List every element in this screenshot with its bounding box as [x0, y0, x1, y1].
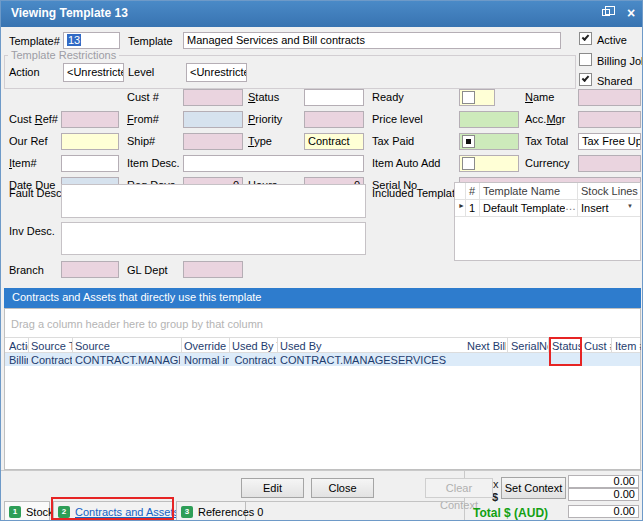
priority-label: Priority — [248, 113, 282, 125]
col-used-by-type[interactable]: Used By Type — [232, 340, 277, 352]
from-no-label: From# — [127, 113, 159, 125]
ready-field[interactable] — [459, 89, 495, 106]
cell-override-type[interactable]: Normal inherita — [184, 354, 229, 366]
inv-desc-label: Inv Desc. — [9, 225, 55, 237]
item-no-label: Item# — [9, 157, 37, 169]
included-col-num[interactable]: # — [467, 184, 479, 198]
tab-stock-label: Stock — [26, 506, 54, 518]
set-context-button[interactable]: Set Context — [501, 477, 566, 499]
ellipsis-button[interactable]: … — [563, 199, 577, 213]
name-label: Name — [525, 91, 554, 103]
tab-contracts-and-assets[interactable]: 2 Contracts and Assets 1 — [53, 501, 173, 521]
template-label: Template — [128, 35, 173, 47]
active-checkbox[interactable] — [579, 32, 592, 45]
total-label: Total $ (AUD) — [473, 506, 548, 520]
action-combo[interactable]: <Unrestricted> — [63, 63, 124, 82]
ex-value-box: 0.00 — [568, 475, 639, 488]
col-item-no[interactable]: Item # — [615, 340, 641, 352]
type-label: Type — [248, 135, 272, 147]
tab-contracts-label: Contracts and Assets 1 — [75, 506, 188, 518]
cust-ref-field[interactable] — [61, 111, 119, 128]
level-label: Level — [128, 66, 154, 78]
cell-action[interactable]: Billing — [9, 354, 28, 366]
cust-no-field[interactable] — [183, 89, 243, 106]
name-field[interactable] — [578, 89, 641, 106]
level-combo[interactable]: <Unrestricted> — [186, 63, 247, 82]
included-templates-grid: # Template Name Stock Lines ► 1 Default … — [454, 182, 641, 261]
billing-job-checkbox[interactable] — [579, 53, 592, 66]
col-used-by[interactable]: Used By — [280, 340, 380, 352]
col-next-bill[interactable]: Next Bill — [467, 340, 506, 352]
included-col-stock[interactable]: Stock Lines — [579, 184, 639, 198]
tab-references[interactable]: 3 References 0 — [176, 501, 246, 521]
col-cust-no[interactable]: Cust # — [584, 340, 611, 352]
included-row-num[interactable]: 1 — [467, 201, 479, 215]
shared-checkbox[interactable] — [579, 73, 592, 86]
contracts-grid — [4, 308, 641, 470]
close-button[interactable]: Close — [311, 478, 374, 498]
type-field[interactable]: Contract — [304, 133, 364, 150]
shared-label: Shared — [597, 75, 632, 87]
gl-dept-field[interactable] — [183, 261, 243, 278]
gl-dept-label: GL Dept — [127, 264, 168, 276]
from-no-field[interactable] — [183, 111, 243, 128]
col-override-type[interactable]: Override Type — [184, 340, 229, 352]
restore-icon — [602, 9, 610, 16]
cell-used-by[interactable]: CONTRACT.MANAGESERVICES — [280, 354, 506, 366]
ready-label: Ready — [372, 91, 404, 103]
item-desc-label: Item Desc. — [127, 157, 180, 169]
fault-desc-textarea[interactable] — [61, 184, 366, 218]
acc-mgr-label: Acc.Mgr — [525, 113, 565, 125]
col-source-type[interactable]: Source Type — [31, 340, 73, 352]
template-name-field[interactable]: Managed Services and Bill contracts — [183, 32, 561, 49]
tax-paid-checkbox[interactable] — [462, 135, 475, 148]
group-by-hint[interactable]: Drag a column header here to group by th… — [11, 318, 263, 330]
item-auto-add-field[interactable] — [459, 155, 519, 172]
item-no-field[interactable] — [61, 155, 119, 172]
item-desc-field[interactable] — [183, 155, 364, 172]
acc-mgr-field[interactable] — [578, 111, 641, 128]
ready-checkbox[interactable] — [462, 91, 475, 104]
cust-no-label: Cust # — [127, 91, 159, 103]
cell-source-type[interactable]: Contract — [31, 354, 72, 366]
active-label: Active — [597, 34, 627, 46]
our-ref-field[interactable] — [61, 133, 119, 150]
check-icon — [582, 33, 590, 41]
cell-used-by-type[interactable]: Contract — [232, 354, 276, 366]
edit-button[interactable]: Edit — [241, 478, 304, 498]
branch-field[interactable] — [61, 261, 119, 278]
priority-field[interactable] — [304, 111, 364, 128]
included-row-name[interactable]: Default Template — [481, 201, 565, 215]
action-label: Action — [9, 66, 40, 78]
references-tab-icon: 3 — [181, 506, 193, 518]
status-field[interactable] — [304, 89, 364, 106]
item-auto-add-checkbox[interactable] — [462, 157, 475, 170]
tax-paid-field[interactable] — [459, 133, 519, 150]
fault-desc-label: Fault Desc. — [9, 187, 65, 199]
col-action[interactable]: Action — [9, 340, 29, 352]
price-level-field[interactable] — [459, 111, 519, 128]
template-no-field[interactable]: 13 — [63, 32, 120, 49]
price-level-label: Price level — [372, 113, 423, 125]
clear-context-button[interactable]: Clear Context — [425, 478, 493, 498]
tab-stock[interactable]: 1 Stock — [4, 501, 50, 521]
included-row-stock-lines[interactable]: Insert — [579, 201, 625, 215]
cell-source[interactable]: CONTRACT.MANAGESERVICES — [75, 354, 180, 366]
col-status[interactable]: Status — [552, 340, 580, 352]
restore-button[interactable] — [597, 5, 617, 22]
item-auto-add-label: Item Auto Add — [372, 157, 441, 169]
branch-label: Branch — [9, 264, 44, 276]
chevron-down-icon[interactable]: ▼ — [625, 202, 639, 210]
viewing-template-dialog: Viewing Template 13 × Template# 13 Templ… — [0, 0, 643, 521]
row-marker-icon: ► — [456, 201, 465, 210]
total-value-box: 0.00 — [568, 505, 639, 518]
inv-desc-textarea[interactable] — [61, 222, 366, 255]
tax-paid-label: Tax Paid — [372, 135, 414, 147]
tax-total-field[interactable]: Tax Free Up — [578, 133, 641, 150]
col-serialno[interactable]: SerialNo — [511, 340, 549, 352]
currency-field[interactable] — [578, 155, 641, 172]
included-col-name[interactable]: Template Name — [481, 184, 581, 198]
close-window-button[interactable]: × — [621, 5, 641, 22]
ship-no-field[interactable] — [183, 133, 243, 150]
col-source[interactable]: Source — [75, 340, 181, 352]
